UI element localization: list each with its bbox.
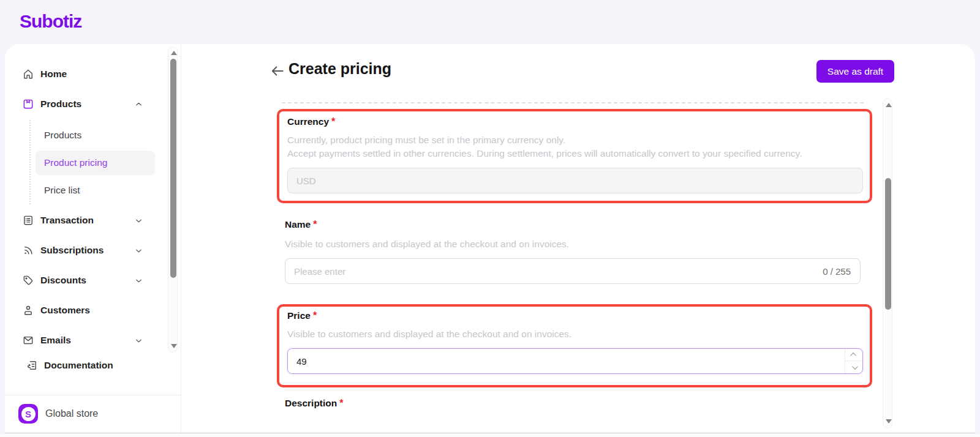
chevron-down-icon[interactable]: [134, 336, 143, 345]
price-section-highlight: Price* Visible to customers and displaye…: [277, 304, 872, 387]
sidebar-item-label: Customers: [40, 305, 90, 316]
brand-logo[interactable]: Subotiz: [20, 11, 81, 32]
sidebar-subitem-label: Product pricing: [44, 157, 107, 168]
sidebar-scrollbar-thumb[interactable]: [170, 59, 176, 278]
sidebar-subitem-label: Price list: [44, 185, 80, 196]
sidebar-item-products-list[interactable]: Products: [36, 123, 155, 148]
chevron-up-icon[interactable]: [134, 100, 143, 109]
sidebar-scrollbar[interactable]: [168, 47, 178, 353]
number-stepper: [845, 349, 862, 373]
required-asterisk: *: [313, 219, 317, 230]
scroll-up-arrow-icon[interactable]: [886, 103, 892, 107]
price-input-wrap: [287, 348, 863, 374]
store-switcher[interactable]: S Global store: [5, 400, 181, 427]
scroll-up-arrow-icon[interactable]: [171, 51, 177, 55]
home-icon: [22, 68, 34, 80]
sidebar-item-discounts[interactable]: Discounts: [5, 268, 164, 293]
products-icon: [22, 98, 34, 110]
sidebar-item-label: Discounts: [40, 275, 86, 286]
sidebar-item-label: Subscriptions: [40, 245, 104, 256]
currency-input[interactable]: [287, 168, 863, 193]
content-scrollbar[interactable]: [883, 98, 892, 428]
scroll-down-arrow-icon[interactable]: [171, 344, 177, 348]
sidebar-item-product-pricing[interactable]: Product pricing: [36, 151, 155, 175]
topbar: Subotiz: [0, 0, 980, 44]
caret-up-icon: [850, 353, 856, 359]
price-label: Price*: [287, 310, 870, 321]
price-input[interactable]: [288, 349, 839, 373]
form-top-divider: [282, 102, 864, 103]
save-as-draft-button[interactable]: Save as draft: [816, 60, 894, 83]
sidebar-item-label: Products: [40, 99, 81, 110]
content-scrollbar-thumb[interactable]: [885, 178, 891, 310]
customer-person-icon: [22, 304, 34, 316]
store-avatar: S: [18, 404, 38, 424]
app-card: Home Products Products Product pricing P…: [5, 44, 975, 433]
sidebar-item-label: Documentation: [44, 360, 113, 371]
sidebar-item-transaction[interactable]: Transaction: [5, 208, 164, 233]
chevron-down-icon[interactable]: [134, 216, 143, 225]
scroll-down-arrow-icon[interactable]: [886, 419, 892, 424]
sidebar-item-label: Emails: [40, 335, 71, 346]
stepper-down-button[interactable]: [845, 361, 862, 373]
chevron-down-icon[interactable]: [134, 276, 143, 285]
documentation-icon: [26, 359, 38, 372]
sidebar-item-documentation[interactable]: Documentation: [5, 353, 164, 378]
sidebar-subitem-label: Products: [44, 130, 81, 141]
sidebar-item-subscriptions[interactable]: Subscriptions: [5, 238, 164, 263]
chevron-down-icon[interactable]: [134, 246, 143, 255]
sidebar-item-home[interactable]: Home: [5, 62, 164, 86]
page-title: Create pricing: [288, 60, 391, 78]
discount-tag-icon: [22, 274, 34, 286]
sidebar-item-emails[interactable]: Emails: [5, 328, 164, 353]
currency-section-highlight: Currency* Currently, product pricing mus…: [277, 109, 872, 203]
sidebar-item-label: Home: [40, 69, 67, 80]
back-arrow-icon[interactable]: [270, 63, 285, 79]
submenu-tree-line: [29, 120, 31, 204]
store-name: Global store: [45, 408, 98, 419]
name-help: Visible to customers and displayed at th…: [285, 237, 861, 251]
required-asterisk: *: [339, 398, 343, 408]
stepper-up-button[interactable]: [845, 349, 862, 361]
name-input[interactable]: [285, 258, 861, 284]
window-bottom-edge: [0, 434, 980, 437]
email-envelope-icon: [22, 334, 34, 346]
price-help: Visible to customers and displayed at th…: [287, 327, 870, 341]
required-asterisk: *: [313, 310, 317, 321]
sidebar: Home Products Products Product pricing P…: [5, 44, 181, 433]
subscriptions-icon: [22, 244, 34, 256]
name-section: Name* Visible to customers and displayed…: [285, 219, 861, 284]
sidebar-item-customers[interactable]: Customers: [5, 298, 164, 323]
sidebar-item-products[interactable]: Products: [5, 92, 164, 116]
currency-help-line2: Accept payments settled in other currenc…: [287, 147, 870, 160]
store-initial: S: [21, 407, 36, 421]
currency-help-line1: Currently, product pricing must be set i…: [287, 133, 870, 147]
sidebar-item-label: Transaction: [40, 215, 94, 226]
char-counter: 0 / 255: [823, 258, 851, 284]
sidebar-footer-divider: [5, 395, 181, 395]
caret-down-icon: [851, 364, 858, 370]
currency-label: Currency*: [287, 116, 870, 127]
description-label: Description*: [285, 398, 344, 409]
required-asterisk: *: [331, 116, 335, 127]
transaction-icon: [22, 214, 34, 226]
sidebar-item-price-list[interactable]: Price list: [36, 178, 155, 203]
name-label: Name*: [285, 219, 861, 230]
